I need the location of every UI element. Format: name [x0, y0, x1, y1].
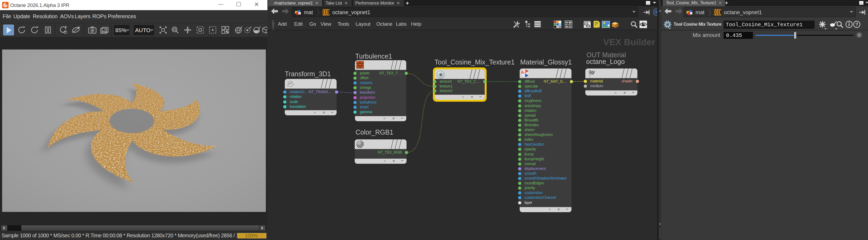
svg-text:?: ?: [856, 22, 858, 27]
